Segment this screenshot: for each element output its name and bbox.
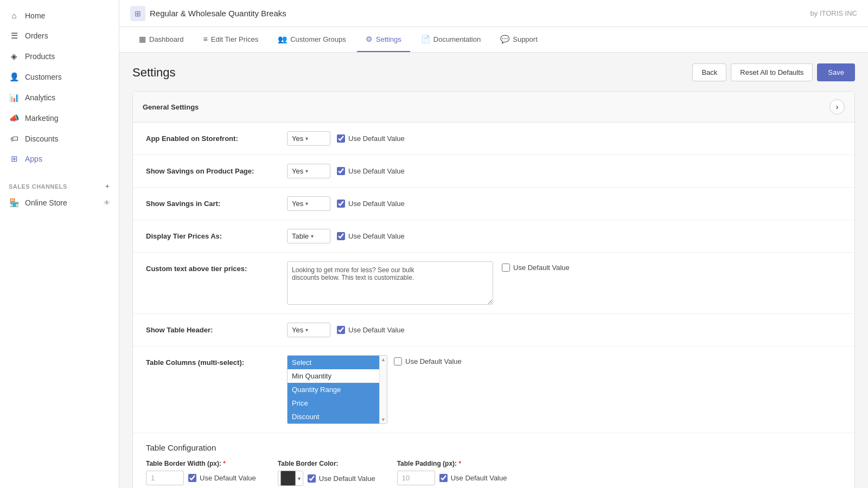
tab-edit-tier-prices[interactable]: ≡ Edit Tier Prices: [195, 27, 267, 52]
setting-row-show-table-header: Show Table Header: Yes ▾ Use Default Val…: [133, 314, 854, 346]
border-color-picker[interactable]: ▾: [278, 471, 303, 486]
required-icon: *: [458, 460, 461, 467]
main-content: ⊞ Regular & Wholesale Quantity Breaks by…: [119, 0, 868, 488]
apps-icon: ⊞: [9, 154, 20, 164]
setting-row-display-tier: Display Tier Prices As: Table ▾ Use Defa…: [133, 220, 854, 253]
customers-icon: 👤: [9, 72, 20, 82]
panel-toggle-button[interactable]: ›: [829, 99, 845, 114]
custom-text-textarea[interactable]: Looking to get more for less? See our bu…: [287, 261, 493, 305]
tab-settings[interactable]: ⚙ Settings: [357, 27, 410, 52]
sidebar-item-label: Marketing: [25, 114, 58, 123]
store-visibility-icon[interactable]: 👁: [104, 199, 110, 207]
sidebar-item-label: Home: [25, 11, 45, 20]
checkbox-label: Use Default Value: [348, 326, 405, 334]
sidebar-item-customers[interactable]: 👤 Customers: [0, 67, 119, 87]
tab-documentation[interactable]: 📄 Documentation: [412, 27, 489, 52]
app-enabled-default-checkbox-group: Use Default Value: [337, 134, 405, 143]
custom-text-default-checkbox[interactable]: [502, 264, 510, 272]
documentation-tab-icon: 📄: [421, 35, 430, 43]
page-header: Settings Back Reset All to Defaults Save: [132, 63, 855, 81]
save-button[interactable]: Save: [817, 63, 855, 81]
select-value: Yes: [292, 200, 303, 208]
panel-body: App Enabled on Storefront: Yes ▾ Use Def…: [133, 123, 854, 488]
chevron-down-icon: ▾: [305, 168, 308, 174]
savings-cart-select[interactable]: Yes ▾: [287, 196, 330, 211]
panel-header: General Settings ›: [133, 92, 854, 123]
sidebar-item-label: Discounts: [25, 134, 58, 143]
sidebar-item-analytics[interactable]: 📊 Analytics: [0, 87, 119, 108]
field-control: Use Default Value: [397, 471, 507, 485]
border-width-default-checkbox[interactable]: [188, 474, 196, 482]
show-table-header-checkbox[interactable]: [337, 326, 345, 334]
border-color-default-checkbox[interactable]: [308, 474, 316, 483]
tab-support[interactable]: 💬 Support: [492, 27, 546, 52]
display-tier-select[interactable]: Table ▾: [287, 229, 330, 243]
display-tier-default-checkbox[interactable]: [337, 232, 345, 240]
table-columns-default-checkbox[interactable]: [394, 357, 402, 365]
app-brand: ⊞ Regular & Wholesale Quantity Breaks: [130, 6, 804, 21]
savings-product-select[interactable]: Yes ▾: [287, 164, 330, 178]
savings-cart-default-checkbox-group: Use Default Value: [337, 200, 405, 208]
listbox-scrollbar[interactable]: ▲ ▼: [379, 356, 387, 423]
sales-channels-section: SALES CHANNELS ＋: [0, 175, 119, 192]
sidebar-item-label: Orders: [25, 31, 48, 40]
padding-input[interactable]: [397, 471, 435, 485]
dashboard-tab-icon: ▦: [139, 35, 146, 43]
listbox-item-price[interactable]: Price: [288, 396, 379, 410]
select-value: Yes: [292, 326, 303, 334]
analytics-icon: 📊: [9, 93, 20, 102]
table-columns-listbox[interactable]: Select Min Quantity Quantity Range Price…: [288, 356, 379, 423]
content-area: Settings Back Reset All to Defaults Save…: [119, 53, 868, 488]
sidebar-item-label: Apps: [25, 155, 42, 163]
setting-label: Show Savings in Cart:: [146, 196, 287, 208]
tab-customer-groups[interactable]: 👥 Customer Groups: [269, 27, 355, 52]
sidebar-item-orders[interactable]: ☰ Orders: [0, 25, 119, 46]
checkbox-label: Use Default Value: [405, 357, 462, 365]
border-color-default-checkbox-group: Use Default Value: [308, 474, 375, 483]
sidebar-item-label: Analytics: [25, 93, 55, 102]
select-value: Yes: [292, 134, 303, 143]
sidebar-item-products[interactable]: ◈ Products: [0, 46, 119, 67]
topbar: ⊞ Regular & Wholesale Quantity Breaks by…: [119, 0, 868, 27]
reset-button[interactable]: Reset All to Defaults: [731, 63, 813, 81]
custom-text-default-checkbox-group: Use Default Value: [502, 264, 570, 272]
sidebar-item-marketing[interactable]: 📣 Marketing: [0, 108, 119, 129]
show-table-header-checkbox-group: Use Default Value: [337, 326, 405, 334]
sidebar-item-discounts[interactable]: 🏷 Discounts: [0, 129, 119, 149]
sidebar-item-home[interactable]: ⌂ Home: [0, 5, 119, 25]
discounts-icon: 🏷: [9, 134, 20, 143]
savings-cart-default-checkbox[interactable]: [337, 200, 345, 208]
listbox-item-quantity-range[interactable]: Quantity Range: [288, 383, 379, 396]
setting-row-table-columns: Table Columns (multi-select): Select Min…: [133, 346, 854, 433]
setting-label: Table Columns (multi-select):: [146, 355, 287, 367]
table-columns-listbox-container: Select Min Quantity Quantity Range Price…: [287, 355, 387, 424]
sidebar-item-online-store[interactable]: 🏪 Online Store 👁: [0, 192, 119, 213]
sidebar: ⌂ Home ☰ Orders ◈ Products 👤 Customers 📊…: [0, 0, 119, 488]
listbox-item-discount[interactable]: Discount: [288, 410, 379, 423]
show-table-header-select[interactable]: Yes ▾: [287, 323, 330, 337]
border-width-input[interactable]: [146, 471, 184, 485]
chevron-down-icon: ▾: [305, 201, 308, 207]
app-enabled-select[interactable]: Yes ▾: [287, 131, 330, 146]
savings-product-default-checkbox[interactable]: [337, 167, 345, 175]
tab-dashboard[interactable]: ▦ Dashboard: [130, 27, 193, 52]
setting-control: Yes ▾ Use Default Value: [287, 196, 841, 211]
header-actions: Back Reset All to Defaults Save: [692, 63, 855, 81]
orders-icon: ☰: [9, 31, 20, 41]
listbox-item-min-quantity[interactable]: Min Quantity: [288, 369, 379, 383]
panel-title: General Settings: [143, 103, 199, 111]
add-sales-channel-icon[interactable]: ＋: [104, 182, 111, 190]
table-config-title: Table Configuration: [146, 443, 841, 452]
home-icon: ⌂: [9, 11, 20, 20]
customer-groups-icon: 👥: [278, 35, 287, 43]
listbox-item-select[interactable]: Select: [288, 356, 379, 369]
sidebar-item-apps[interactable]: ⊞ Apps: [0, 149, 119, 169]
app-enabled-default-checkbox[interactable]: [337, 134, 345, 143]
setting-row-savings-product: Show Savings on Product Page: Yes ▾ Use …: [133, 155, 854, 188]
back-button[interactable]: Back: [692, 63, 726, 81]
setting-control: Yes ▾ Use Default Value: [287, 164, 841, 178]
padding-default-checkbox[interactable]: [439, 474, 448, 482]
marketing-icon: 📣: [9, 113, 20, 123]
sidebar-item-label: Customers: [25, 73, 62, 81]
field-control: ▾ Use Default Value: [278, 471, 375, 486]
